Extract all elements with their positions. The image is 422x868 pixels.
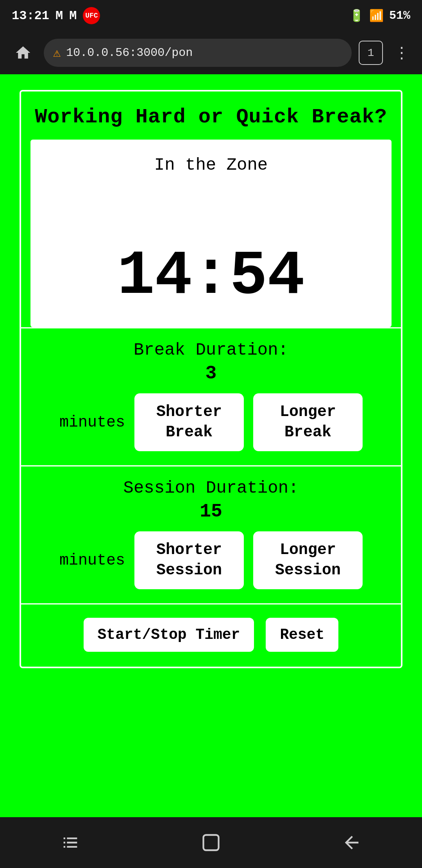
break-duration-label: Break Duration: (30, 340, 392, 360)
break-section: Break Duration: 3 minutes Shorter Break … (21, 327, 401, 465)
break-minutes-label: minutes (59, 414, 125, 431)
session-minutes-label: minutes (59, 552, 125, 569)
app-title: Working Hard or Quick Break? (21, 91, 401, 140)
warning-icon: ⚠ (53, 45, 61, 61)
longer-break-button[interactable]: Longer Break (253, 393, 363, 451)
menu-button[interactable]: ⋮ (390, 43, 413, 63)
home-button[interactable] (9, 39, 37, 66)
m-icon-2: M (69, 9, 77, 23)
session-duration-label: Session Duration: (30, 478, 392, 498)
shorter-session-button[interactable]: Shorter Session (134, 531, 244, 589)
browser-bar: ⚠ 10.0.0.56:3000/pon 1 ⋮ (0, 31, 422, 74)
nav-back-button[interactable] (342, 832, 362, 853)
nav-home-button[interactable] (201, 832, 221, 853)
status-time: 13:21 (12, 9, 49, 23)
tab-count: 1 (368, 47, 374, 59)
status-right: 🔋 📶 51% (349, 9, 410, 23)
battery-percent: 51% (389, 9, 410, 22)
break-controls: minutes Shorter Break Longer Break (30, 393, 392, 451)
reset-button[interactable]: Reset (266, 618, 338, 652)
app-card: Working Hard or Quick Break? In the Zone… (20, 90, 402, 668)
svg-rect-0 (204, 835, 219, 850)
session-controls: minutes Shorter Session Longer Session (30, 531, 392, 589)
tab-button[interactable]: 1 (359, 41, 383, 65)
wifi-icon: 📶 (369, 9, 384, 23)
bottom-nav (0, 817, 422, 868)
status-left: 13:21 M M UFC (12, 7, 100, 24)
ufc-badge: UFC (83, 7, 100, 24)
m-icon-1: M (55, 9, 63, 23)
longer-session-button[interactable]: Longer Session (253, 531, 363, 589)
timer-status: In the Zone (154, 155, 268, 175)
battery-icon: 🔋 (349, 9, 364, 23)
timer-clock: 14:54 (117, 245, 305, 308)
status-bar: 13:21 M M UFC 🔋 📶 51% (0, 0, 422, 31)
url-text: 10.0.0.56:3000/pon (66, 46, 193, 59)
start-stop-button[interactable]: Start/Stop Timer (84, 618, 254, 652)
shorter-break-button[interactable]: Shorter Break (134, 393, 244, 451)
url-bar[interactable]: ⚠ 10.0.0.56:3000/pon (44, 39, 352, 67)
session-section: Session Duration: 15 minutes Shorter Ses… (21, 465, 401, 603)
bottom-controls: Start/Stop Timer Reset (21, 603, 401, 667)
break-duration-value: 3 (30, 363, 392, 384)
timer-display: In the Zone 14:54 (30, 140, 392, 327)
main-area: Working Hard or Quick Break? In the Zone… (0, 74, 422, 817)
session-duration-value: 15 (30, 501, 392, 522)
nav-recent-button[interactable] (60, 832, 80, 853)
